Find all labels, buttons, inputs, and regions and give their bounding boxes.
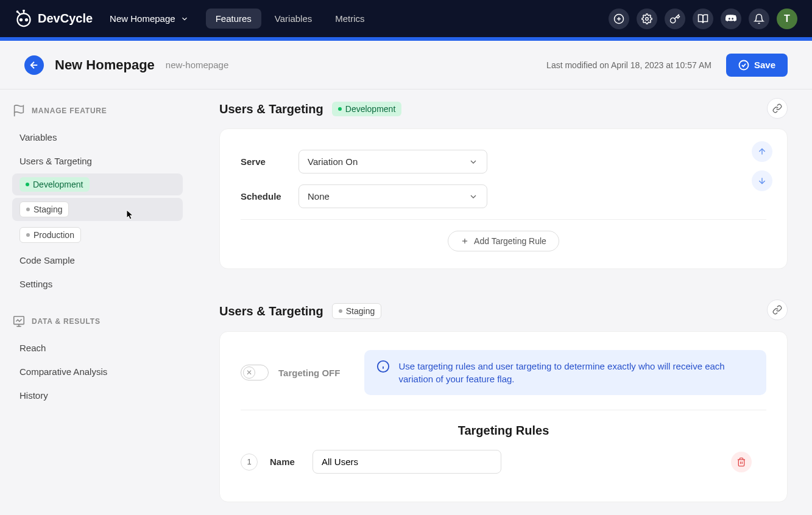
sidebar-section-data: DATA & RESULTS [12, 315, 183, 328]
bell-icon [754, 13, 764, 24]
schedule-select[interactable]: None [298, 184, 487, 208]
sidebar-item-reach[interactable]: Reach [12, 337, 183, 359]
discord-button[interactable] [721, 9, 741, 29]
discord-icon [726, 13, 736, 24]
serve-label: Serve [241, 156, 286, 167]
info-banner: Use targeting rules and user targeting t… [364, 350, 766, 395]
main-content: Users & Targeting Development Serve Vari… [195, 89, 812, 515]
check-circle-icon [738, 60, 749, 71]
gear-icon [641, 13, 652, 24]
arrow-down-icon [757, 176, 767, 186]
sidebar-item-users-targeting[interactable]: Users & Targeting [12, 150, 183, 172]
svg-point-6 [16, 10, 19, 13]
delete-rule-button[interactable] [731, 452, 752, 472]
svg-point-1 [19, 18, 23, 21]
save-label: Save [754, 60, 775, 70]
sidebar-item-settings[interactable]: Settings [12, 273, 183, 295]
rules-title: Targeting Rules [241, 410, 766, 438]
serve-select[interactable]: Variation On [298, 150, 487, 173]
chevron-down-icon [180, 15, 189, 23]
tab-metrics[interactable]: Metrics [325, 9, 374, 29]
chevron-down-icon [468, 157, 478, 167]
last-modified: Last modified on April 18, 2023 at 10:57… [546, 60, 711, 70]
keys-button[interactable] [665, 9, 685, 29]
info-text: Use targeting rules and user targeting t… [398, 360, 754, 385]
chevron-down-icon [468, 192, 478, 201]
sidebar-item-code-sample[interactable]: Code Sample [12, 249, 183, 272]
avatar[interactable]: T [777, 9, 797, 29]
copy-link-button[interactable] [767, 98, 788, 119]
rule-name-input[interactable] [312, 450, 501, 474]
sidebar-item-history[interactable]: History [12, 384, 183, 407]
flag-icon [12, 104, 26, 117]
info-icon [376, 360, 390, 373]
section-staging-header: Users & Targeting Staging [219, 303, 788, 319]
nav-tabs: Features Variables Metrics [206, 9, 375, 29]
env-badge-staging: Staging [332, 303, 381, 319]
copy-link-button[interactable] [767, 300, 788, 320]
targeting-toggle[interactable]: ✕ [241, 365, 269, 380]
link-icon [772, 103, 782, 113]
svg-point-2 [25, 18, 28, 21]
move-down-button[interactable] [752, 170, 772, 191]
env-badge-development: Development [332, 102, 402, 116]
notifications-button[interactable] [749, 9, 769, 29]
top-header: DevCycle New Homepage Features Variables… [0, 0, 812, 37]
arrow-up-icon [757, 147, 767, 156]
rule-number: 1 [241, 454, 258, 471]
section-title: Users & Targeting [219, 304, 323, 318]
sidebar-env-staging[interactable]: Staging [12, 198, 183, 221]
tab-variables[interactable]: Variables [265, 9, 322, 29]
sidebar-env-development[interactable]: Development [12, 173, 183, 195]
svg-point-10 [646, 17, 649, 20]
project-dropdown[interactable]: New Homepage [110, 13, 189, 24]
save-button[interactable]: Save [726, 54, 788, 77]
svg-point-0 [18, 13, 30, 26]
section-dev-header: Users & Targeting Development [219, 102, 788, 116]
back-button[interactable] [24, 55, 44, 75]
page-header: New Homepage new-homepage Last modified … [0, 41, 812, 89]
plus-icon [461, 237, 469, 245]
toggle-label: Targeting OFF [278, 368, 340, 378]
sidebar: MANAGE FEATURE Variables Users & Targeti… [0, 89, 195, 515]
sidebar-env-production[interactable]: Production [12, 223, 183, 247]
dev-card: Serve Variation On Schedule None Add Tar… [219, 128, 788, 269]
svg-point-4 [23, 10, 25, 12]
sidebar-item-comparative[interactable]: Comparative Analysis [12, 360, 183, 383]
staging-card: ✕ Targeting OFF Use targeting rules and … [219, 331, 788, 502]
logo[interactable]: DevCycle [15, 10, 93, 28]
settings-button[interactable] [637, 9, 657, 29]
trash-icon [736, 457, 746, 467]
page-title: New Homepage [55, 57, 155, 73]
sidebar-section-manage: MANAGE FEATURE [12, 104, 183, 117]
project-name: New Homepage [110, 13, 175, 24]
logo-icon [15, 10, 33, 28]
add-targeting-rule-button[interactable]: Add Targeting Rule [448, 231, 559, 251]
plus-circle-icon [613, 13, 624, 24]
brand-text: DevCycle [38, 12, 93, 26]
docs-button[interactable] [693, 9, 713, 29]
add-button[interactable] [609, 9, 629, 29]
book-icon [697, 13, 708, 24]
arrow-left-icon [29, 60, 40, 71]
sidebar-item-variables[interactable]: Variables [12, 126, 183, 149]
schedule-label: Schedule [241, 191, 286, 201]
link-icon [772, 305, 782, 315]
page-slug: new-homepage [166, 60, 228, 70]
move-up-button[interactable] [752, 141, 772, 162]
key-icon [669, 13, 680, 24]
name-label: Name [270, 457, 300, 467]
section-title: Users & Targeting [219, 102, 323, 116]
presentation-icon [12, 315, 26, 328]
tab-features[interactable]: Features [206, 9, 261, 29]
